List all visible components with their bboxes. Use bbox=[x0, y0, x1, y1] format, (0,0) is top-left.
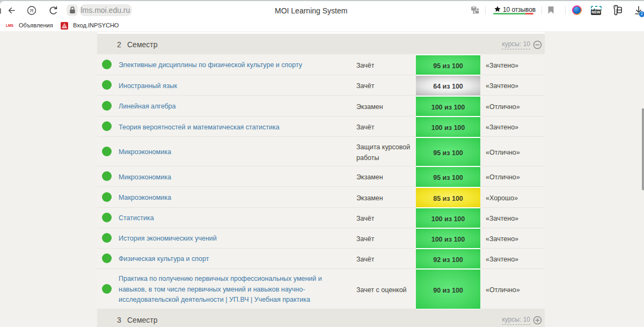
svg-text:Я: Я bbox=[30, 8, 34, 13]
